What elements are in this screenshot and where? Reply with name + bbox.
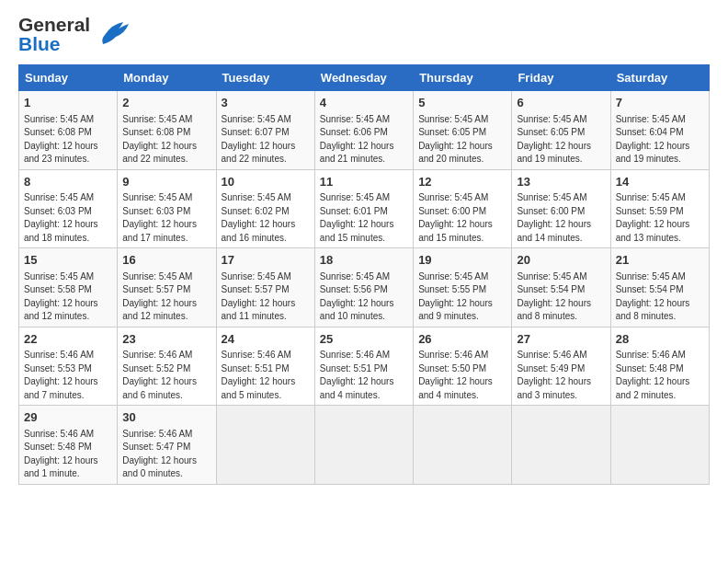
table-row: 1Sunrise: 5:45 AM Sunset: 6:08 PM Daylig… (19, 91, 118, 170)
day-number: 15 (24, 252, 112, 269)
week-row-4: 22Sunrise: 5:46 AM Sunset: 5:53 PM Dayli… (19, 327, 710, 406)
day-number: 6 (517, 95, 605, 111)
table-row: 26Sunrise: 5:46 AM Sunset: 5:50 PM Dayli… (414, 327, 512, 406)
day-info: Sunrise: 5:46 AM Sunset: 5:48 PM Dayligh… (24, 429, 98, 479)
day-info: Sunrise: 5:45 AM Sunset: 6:00 PM Dayligh… (517, 192, 591, 243)
day-number: 12 (418, 174, 506, 190)
calendar-table: SundayMondayTuesdayWednesdayThursdayFrid… (18, 64, 710, 485)
day-number: 18 (320, 252, 408, 269)
day-info: Sunrise: 5:46 AM Sunset: 5:51 PM Dayligh… (222, 350, 296, 400)
table-row: 11Sunrise: 5:45 AM Sunset: 6:01 PM Dayli… (314, 169, 413, 248)
day-number: 26 (418, 331, 506, 348)
day-info: Sunrise: 5:45 AM Sunset: 6:05 PM Dayligh… (517, 114, 591, 165)
table-row: 27Sunrise: 5:46 AM Sunset: 5:49 PM Dayli… (512, 327, 610, 406)
table-row: 30Sunrise: 5:46 AM Sunset: 5:47 PM Dayli… (118, 406, 216, 485)
col-header-tuesday: Tuesday (216, 65, 314, 91)
week-row-1: 1Sunrise: 5:45 AM Sunset: 6:08 PM Daylig… (19, 91, 710, 170)
logo-bird-icon (96, 17, 131, 46)
day-number: 2 (122, 95, 210, 111)
day-info: Sunrise: 5:46 AM Sunset: 5:53 PM Dayligh… (24, 350, 98, 400)
day-info: Sunrise: 5:45 AM Sunset: 6:03 PM Dayligh… (24, 192, 98, 243)
table-row: 4Sunrise: 5:45 AM Sunset: 6:06 PM Daylig… (314, 91, 413, 170)
table-row: 29Sunrise: 5:46 AM Sunset: 5:48 PM Dayli… (19, 406, 118, 485)
table-row (610, 406, 709, 485)
logo-general: General (18, 15, 90, 34)
day-number: 11 (320, 174, 408, 190)
day-number: 4 (320, 95, 408, 111)
day-info: Sunrise: 5:45 AM Sunset: 6:05 PM Dayligh… (418, 114, 493, 165)
table-row: 14Sunrise: 5:45 AM Sunset: 5:59 PM Dayli… (610, 169, 709, 248)
col-header-thursday: Thursday (414, 65, 512, 91)
day-info: Sunrise: 5:46 AM Sunset: 5:50 PM Dayligh… (418, 350, 493, 400)
day-info: Sunrise: 5:45 AM Sunset: 6:08 PM Dayligh… (24, 114, 98, 165)
day-info: Sunrise: 5:46 AM Sunset: 5:47 PM Dayligh… (122, 429, 197, 479)
day-number: 23 (122, 331, 210, 348)
table-row: 6Sunrise: 5:45 AM Sunset: 6:05 PM Daylig… (512, 91, 610, 170)
table-row: 2Sunrise: 5:45 AM Sunset: 6:08 PM Daylig… (118, 91, 216, 170)
day-number: 22 (24, 331, 112, 348)
day-number: 20 (517, 252, 605, 269)
day-number: 14 (616, 174, 704, 190)
header: General Blue (18, 15, 710, 53)
day-info: Sunrise: 5:46 AM Sunset: 5:51 PM Dayligh… (320, 350, 394, 400)
day-info: Sunrise: 5:45 AM Sunset: 5:56 PM Dayligh… (320, 271, 394, 322)
day-info: Sunrise: 5:45 AM Sunset: 6:02 PM Dayligh… (222, 192, 296, 243)
day-info: Sunrise: 5:45 AM Sunset: 5:59 PM Dayligh… (616, 192, 690, 243)
logo: General Blue (18, 15, 131, 53)
week-row-2: 8Sunrise: 5:45 AM Sunset: 6:03 PM Daylig… (19, 169, 710, 248)
table-row: 28Sunrise: 5:46 AM Sunset: 5:48 PM Dayli… (610, 327, 709, 406)
day-number: 21 (616, 252, 704, 269)
table-row: 7Sunrise: 5:45 AM Sunset: 6:04 PM Daylig… (610, 91, 709, 170)
day-number: 7 (616, 95, 704, 111)
day-info: Sunrise: 5:45 AM Sunset: 6:03 PM Dayligh… (122, 192, 197, 243)
day-info: Sunrise: 5:45 AM Sunset: 5:58 PM Dayligh… (24, 271, 98, 322)
col-header-friday: Friday (512, 65, 610, 91)
day-number: 28 (616, 331, 704, 348)
table-row (314, 406, 413, 485)
day-number: 16 (122, 252, 210, 269)
table-row: 20Sunrise: 5:45 AM Sunset: 5:54 PM Dayli… (512, 248, 610, 327)
day-number: 25 (320, 331, 408, 348)
table-row: 22Sunrise: 5:46 AM Sunset: 5:53 PM Dayli… (19, 327, 118, 406)
day-number: 30 (122, 409, 210, 426)
col-header-monday: Monday (118, 65, 216, 91)
day-number: 8 (24, 174, 112, 190)
table-row: 17Sunrise: 5:45 AM Sunset: 5:57 PM Dayli… (216, 248, 314, 327)
day-number: 13 (517, 174, 605, 190)
day-number: 9 (122, 174, 210, 190)
table-row: 13Sunrise: 5:45 AM Sunset: 6:00 PM Dayli… (512, 169, 610, 248)
day-number: 5 (418, 95, 506, 111)
table-row: 5Sunrise: 5:45 AM Sunset: 6:05 PM Daylig… (414, 91, 512, 170)
day-info: Sunrise: 5:45 AM Sunset: 5:55 PM Dayligh… (418, 271, 493, 322)
day-number: 27 (517, 331, 605, 348)
table-row (414, 406, 512, 485)
table-row: 16Sunrise: 5:45 AM Sunset: 5:57 PM Dayli… (118, 248, 216, 327)
day-info: Sunrise: 5:45 AM Sunset: 5:54 PM Dayligh… (616, 271, 690, 322)
day-number: 17 (222, 252, 310, 269)
day-info: Sunrise: 5:45 AM Sunset: 6:08 PM Dayligh… (122, 114, 197, 165)
table-row: 3Sunrise: 5:45 AM Sunset: 6:07 PM Daylig… (216, 91, 314, 170)
table-row (216, 406, 314, 485)
table-row: 19Sunrise: 5:45 AM Sunset: 5:55 PM Dayli… (414, 248, 512, 327)
day-number: 3 (222, 95, 310, 111)
day-info: Sunrise: 5:45 AM Sunset: 5:57 PM Dayligh… (122, 271, 197, 322)
week-row-5: 29Sunrise: 5:46 AM Sunset: 5:48 PM Dayli… (19, 406, 710, 485)
day-number: 24 (222, 331, 310, 348)
table-row: 24Sunrise: 5:46 AM Sunset: 5:51 PM Dayli… (216, 327, 314, 406)
day-number: 29 (24, 409, 112, 426)
day-info: Sunrise: 5:46 AM Sunset: 5:52 PM Dayligh… (122, 350, 197, 400)
day-info: Sunrise: 5:45 AM Sunset: 5:54 PM Dayligh… (517, 271, 591, 322)
header-row: SundayMondayTuesdayWednesdayThursdayFrid… (19, 65, 710, 91)
table-row: 18Sunrise: 5:45 AM Sunset: 5:56 PM Dayli… (314, 248, 413, 327)
table-row: 25Sunrise: 5:46 AM Sunset: 5:51 PM Dayli… (314, 327, 413, 406)
day-info: Sunrise: 5:45 AM Sunset: 5:57 PM Dayligh… (222, 271, 296, 322)
day-info: Sunrise: 5:45 AM Sunset: 6:00 PM Dayligh… (418, 192, 493, 243)
day-info: Sunrise: 5:45 AM Sunset: 6:07 PM Dayligh… (222, 114, 296, 165)
col-header-wednesday: Wednesday (314, 65, 413, 91)
day-number: 19 (418, 252, 506, 269)
day-info: Sunrise: 5:46 AM Sunset: 5:49 PM Dayligh… (517, 350, 591, 400)
table-row: 21Sunrise: 5:45 AM Sunset: 5:54 PM Dayli… (610, 248, 709, 327)
table-row: 9Sunrise: 5:45 AM Sunset: 6:03 PM Daylig… (118, 169, 216, 248)
col-header-saturday: Saturday (610, 65, 709, 91)
table-row: 23Sunrise: 5:46 AM Sunset: 5:52 PM Dayli… (118, 327, 216, 406)
